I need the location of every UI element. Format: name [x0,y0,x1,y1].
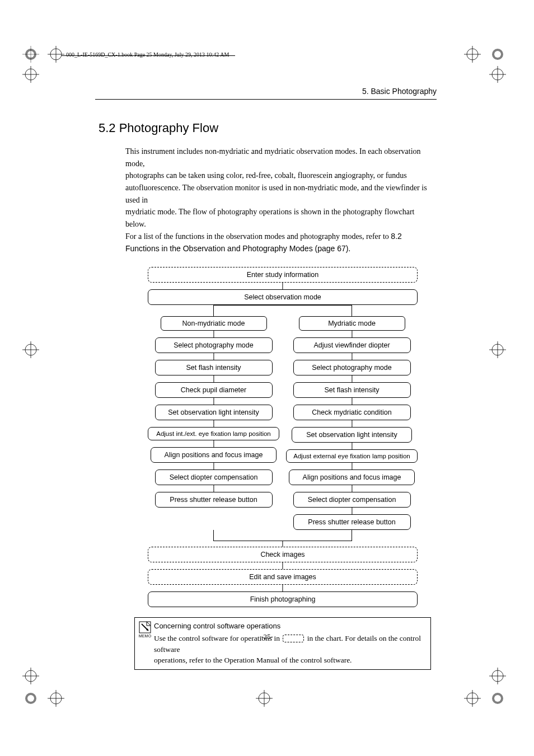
crop-mark-icon [489,341,512,364]
flow-left-step: Press shutter release button [155,492,273,508]
flow-step-finish: Finish photographing [148,591,418,607]
chapter-label: 5. Basic Photography [95,87,437,96]
photography-flowchart: Enter study information Select observati… [148,267,418,607]
flow-left-step: Align positions and focus image [151,447,277,463]
flow-left-step: Select photography mode [155,337,273,353]
flow-step-check-images: Check images [148,547,418,562]
svg-point-31 [27,695,34,702]
intro-paragraph: This instrument includes non-mydriatic a… [125,145,437,255]
crop-mark-icon [48,690,70,712]
crop-mark-icon [22,690,45,712]
intro-line: For a list of the functions in the obser… [125,232,391,241]
intro-line: photographs can be taken using color, re… [125,171,407,180]
crop-mark-icon [464,690,486,712]
crop-mark-icon [489,46,512,68]
svg-point-33 [494,695,501,702]
flow-step-edit-save: Edit and save images [148,569,418,585]
crop-mark-icon [22,66,45,88]
flow-head-non-mydriatic: Non-mydriatic mode [161,316,267,331]
page-number: -25- [0,632,534,641]
crop-mark-icon [22,46,45,68]
memo-text-c: operations, refer to the Operation Manua… [154,656,352,664]
flow-left-step: Set flash intensity [155,360,273,375]
flow-right-step: Select photography mode [293,360,411,375]
crop-mark-icon [489,690,512,712]
flow-left-step: Select diopter compensation [155,469,273,485]
flow-step-select-observation: Select observation mode [148,289,418,305]
section-title: 5.2 Photography Flow [99,121,437,135]
flow-right-step: Select diopter compensation [293,492,411,508]
flow-split-connector [148,305,418,316]
flow-join-connector [148,530,418,541]
flow-right-step: Adjust external eye fixation lamp positi… [286,449,418,463]
crop-mark-icon [22,341,45,364]
intro-line: . [348,245,350,253]
flow-right-step: Set flash intensity [293,382,411,398]
memo-title: Concerning control software operations [154,621,426,632]
intro-line: mydriatic mode. The flow of photography … [125,208,414,228]
svg-point-8 [494,51,501,58]
flow-column-non-mydriatic: Non-mydriatic mode Select photography mo… [148,316,279,508]
flow-left-step: Adjust int./ext. eye fixation lamp posit… [148,427,279,440]
running-header: 000_L-IE-5169D_CX-1.book Page 25 Monday,… [66,51,229,58]
memo-icon: MEMO [135,618,154,669]
flow-right-step: Check mydriatic condition [293,405,411,420]
memo-box: MEMO Concerning control software operati… [134,617,431,670]
flow-head-mydriatic: Mydriatic mode [299,316,405,331]
flow-right-step: Press shutter release button [293,514,411,530]
flow-column-mydriatic: Mydriatic mode Adjust viewfinder diopter… [286,316,418,530]
crop-mark-icon [489,66,512,88]
intro-line: This instrument includes non-mydriatic a… [125,147,421,168]
crop-mark-icon [489,668,512,690]
flow-left-step: Check pupil diameter [155,382,273,398]
crop-mark-icon [256,690,278,712]
crop-mark-icon [22,668,45,690]
flow-right-step: Adjust viewfinder diopter [293,337,411,353]
flow-right-step: Set observation light intensity [292,427,412,443]
flow-right-step: Align positions and focus image [289,469,415,485]
crop-mark-icon [464,46,486,68]
intro-line: autofluorescence. The observation monito… [125,184,427,204]
flow-left-step: Set observation light intensity [155,405,273,420]
top-rule [95,99,437,100]
flow-step-enter-study: Enter study information [148,267,418,283]
